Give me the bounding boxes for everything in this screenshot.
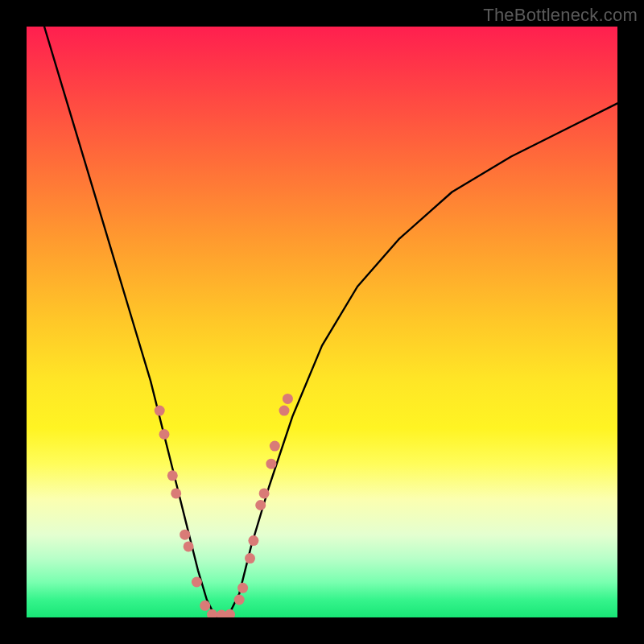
marker-dot [248, 535, 258, 546]
marker-dot [237, 583, 248, 593]
marker-dot [279, 406, 290, 416]
marker-dot [245, 553, 255, 564]
marker-dot [171, 488, 181, 498]
marker-dot [270, 441, 280, 452]
marker-dot [200, 601, 210, 611]
watermark-text: TheBottleneck.com [483, 5, 638, 26]
marker-dot [283, 394, 293, 404]
bottleneck-curve [44, 27, 617, 617]
marker-dot [184, 541, 194, 551]
marker-dot [159, 429, 170, 440]
marker-dot [167, 470, 178, 481]
plot-area [27, 27, 617, 617]
chart-frame: TheBottleneck.com [0, 0, 644, 644]
marker-dot [266, 459, 276, 469]
curve-path [44, 27, 617, 617]
marker-dot [225, 609, 235, 617]
chart-svg [27, 27, 617, 617]
marker-dot [180, 530, 190, 540]
curve-markers [155, 394, 293, 617]
marker-dot [234, 595, 245, 605]
marker-dot [155, 406, 165, 416]
marker-dot [207, 609, 217, 617]
marker-dot [259, 488, 270, 498]
marker-dot [255, 500, 266, 510]
marker-dot [192, 577, 202, 588]
